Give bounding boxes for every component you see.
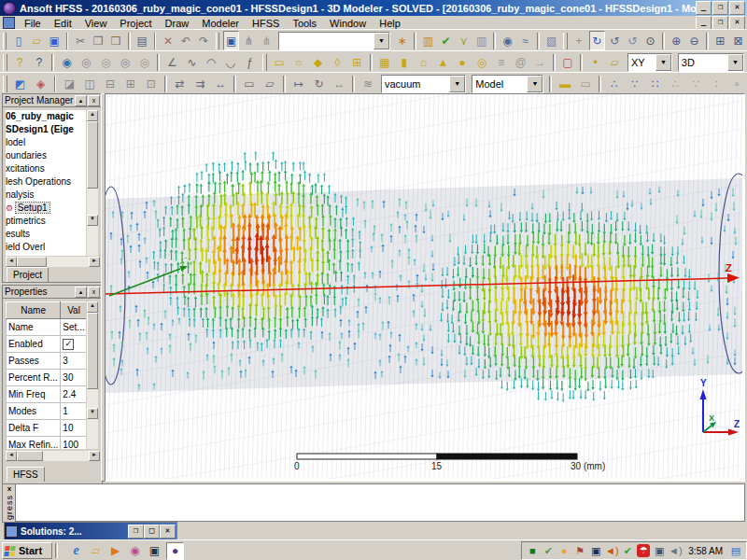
sphere-button[interactable]: ● [454, 52, 472, 72]
properties-header-name[interactable]: Name [7, 302, 61, 319]
mdi-minimize-button[interactable]: _ [696, 16, 712, 30]
internet-explorer-icon[interactable]: e [68, 543, 84, 559]
run-check-button[interactable]: ✔ [438, 31, 454, 50]
select-face-button[interactable]: ▱ [261, 74, 279, 93]
solution-data-button[interactable]: ◉ [500, 31, 515, 50]
sweep-button[interactable]: → [531, 52, 549, 72]
menu-item-draw[interactable]: Draw [159, 17, 196, 30]
panel-close-icon[interactable]: x [88, 95, 100, 106]
mdi-restore-button[interactable]: ❐ [712, 16, 728, 30]
property-value[interactable]: Set... [61, 319, 86, 336]
toolbar-grip[interactable] [262, 54, 267, 71]
modeler-viewport[interactable]: Z01530 (mm)YZX [105, 93, 745, 482]
display-settings-icon[interactable]: ▣ [147, 543, 162, 559]
tree-item[interactable]: lodel [6, 136, 86, 149]
hide-unselected-button[interactable]: ◎ [97, 52, 115, 72]
pin-icon[interactable]: ▴ [75, 287, 87, 298]
property-value[interactable]: 10 [61, 420, 86, 437]
safely-remove-icon[interactable]: ✔ [542, 544, 555, 557]
media-player-icon[interactable]: ▶ [107, 543, 123, 559]
properties-vscrollbar[interactable]: ▲ ▼ [87, 301, 98, 449]
select-object-button[interactable]: ▭ [240, 74, 259, 93]
solutions-window[interactable]: Solutions: 2... ❐ □ ✕ [4, 522, 177, 540]
solution-profile-button[interactable]: ▥ [473, 31, 489, 50]
non-model-button[interactable]: ▢ [559, 52, 577, 72]
chevron-down-icon[interactable]: ▼ [527, 76, 543, 92]
view-cs-button[interactable]: ∴ [667, 74, 685, 93]
tree-item[interactable]: 06_ruby_magic [6, 110, 86, 123]
offline-files-icon[interactable]: ⚑ [573, 544, 586, 557]
subtract-button[interactable]: ◪ [60, 74, 78, 93]
region-button[interactable]: ⊞ [348, 52, 366, 72]
minimize-button[interactable]: _ [696, 1, 712, 15]
convergence-plot-button[interactable]: ≈ [517, 31, 533, 50]
chevron-down-icon[interactable]: ▼ [727, 54, 743, 71]
duplicate-mirror-button[interactable]: ↔ [330, 74, 348, 93]
sync-ok-icon[interactable]: ✔ [621, 544, 634, 557]
tree-item[interactable]: ⚙ Setup1 [6, 202, 86, 215]
torus-button[interactable]: ◎ [473, 52, 491, 72]
rectangle-button[interactable]: ▭ [271, 52, 289, 72]
chevron-down-icon[interactable]: ▼ [449, 76, 465, 92]
paste-button[interactable]: ❒ [108, 31, 124, 50]
spiral-button[interactable]: @ [512, 52, 529, 72]
tab-project[interactable]: Project [7, 267, 49, 282]
close-button[interactable]: ✕ [729, 1, 745, 15]
remote-analyze-button[interactable]: ⋔ [241, 31, 257, 50]
copy-button[interactable]: ❐ [91, 31, 106, 50]
message-window[interactable] [15, 483, 745, 522]
tree-item[interactable]: lesh Operations [6, 175, 86, 189]
properties-table[interactable]: NameValNameSet...Enabled✓Passes3Percent … [6, 301, 86, 449]
table-row[interactable]: Delta F10 [7, 420, 87, 437]
windows-update-icon[interactable]: ● [557, 544, 571, 557]
arc-center-button[interactable]: ◠ [203, 52, 220, 72]
menu-item-view[interactable]: View [78, 17, 114, 30]
tree-item[interactable]: SDesign1 (Eige [6, 123, 86, 136]
progress-close-icon[interactable]: x [7, 484, 11, 493]
table-row[interactable]: Max Refin...100 [7, 437, 87, 450]
paint-icon[interactable]: ◉ [127, 543, 143, 559]
graphics-tray-icon[interactable]: ■ [526, 544, 539, 557]
split-button[interactable]: ⊡ [142, 74, 161, 93]
network-disabled-icon[interactable]: ▣ [653, 544, 666, 557]
table-row[interactable]: Enabled✓ [7, 336, 87, 353]
hide-selected-button[interactable]: ◎ [78, 52, 95, 72]
chevron-down-icon[interactable]: ▼ [374, 33, 389, 49]
polyline-button[interactable]: ∠ [163, 52, 181, 72]
mdi-close-button[interactable]: ✕ [729, 16, 745, 30]
property-value[interactable]: 30 [61, 370, 86, 386]
chevron-down-icon[interactable]: ▼ [655, 54, 671, 71]
move-button[interactable]: ⇄ [171, 74, 190, 93]
tree-item[interactable]: nalysis [6, 189, 86, 202]
avira-antivirus-icon[interactable]: ☂ [637, 544, 650, 557]
intersect-button[interactable]: ◫ [80, 74, 99, 93]
equation-curve-button[interactable]: ƒ [241, 52, 259, 72]
face-cs-button[interactable]: ∵ [626, 74, 644, 93]
toolbar-grip[interactable] [3, 76, 7, 92]
folder-icon[interactable]: ▱ [88, 543, 104, 559]
analyze-all-button[interactable]: ▣ [223, 31, 239, 50]
visibility-button[interactable]: ◉ [58, 52, 76, 72]
box-button[interactable]: ▦ [376, 52, 394, 72]
menu-item-tools[interactable]: Tools [286, 17, 323, 30]
regular-polygon-button[interactable]: ◆ [309, 52, 327, 72]
measure-distance-button[interactable]: ∶ [707, 74, 726, 93]
rotate-axis-button[interactable]: ↺ [607, 31, 623, 50]
boolean-unite-button[interactable]: ◩ [11, 74, 30, 93]
solutions-restore-button[interactable]: ❐ [128, 525, 144, 539]
menu-item-hfss[interactable]: HFSS [246, 17, 286, 30]
remote-display-icon[interactable]: ▣ [589, 544, 602, 557]
arc-3point-button[interactable]: ◡ [221, 52, 239, 72]
menu-item-edit[interactable]: Edit [48, 17, 78, 30]
mdi-document-icon[interactable] [3, 17, 15, 29]
properties-hscrollbar[interactable]: ◄ ► [6, 451, 98, 461]
start-button[interactable]: Start [2, 542, 52, 559]
new-button[interactable]: ▯ [10, 31, 26, 50]
duplicate-axis-button[interactable]: ↻ [310, 74, 329, 93]
print-button[interactable]: ▤ [134, 31, 150, 50]
material-combo[interactable]: vacuum▼ [381, 75, 466, 93]
property-value[interactable]: 100 [61, 437, 86, 450]
toolbar-grip[interactable] [216, 33, 219, 49]
tab-hfss[interactable]: HFSS [7, 467, 45, 482]
tree-item[interactable]: esults [6, 228, 86, 241]
